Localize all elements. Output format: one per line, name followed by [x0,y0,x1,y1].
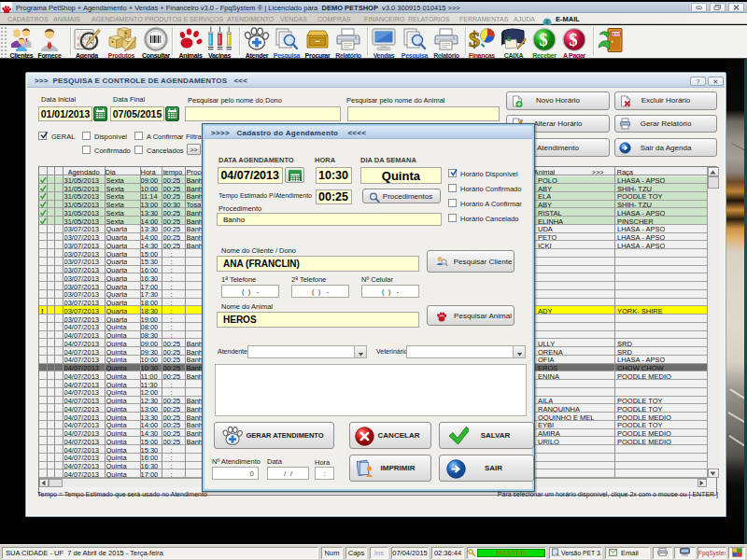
svg-text:$: $ [469,27,480,51]
svg-text:$: $ [507,35,512,43]
svg-text:EXIT: EXIT [613,32,622,36]
svg-text:$: $ [540,31,548,49]
svg-text:$: $ [570,31,578,49]
